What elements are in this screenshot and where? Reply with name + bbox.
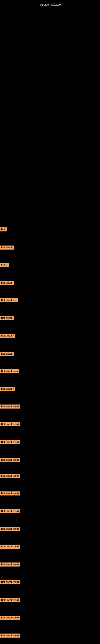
bottleneck-result-label: Bottleneck res <box>0 298 18 302</box>
bottleneck-result-label: Bottle <box>0 263 9 267</box>
bottleneck-result-label: Bottleneck result <box>0 440 20 444</box>
bottleneck-result-label: Bottleneck <box>0 316 14 320</box>
bottleneck-result-label: Bottleneck result <box>0 422 20 426</box>
bottleneck-result-label: Bottleneck result <box>0 616 20 620</box>
bottleneck-result-label: Bottleneck resu <box>0 369 19 373</box>
bottleneck-result-label: Bottleneck result <box>0 492 20 496</box>
bottleneck-result-label: Bottleneck result <box>0 527 20 531</box>
bottleneck-result-label: Bottleneck <box>0 246 14 250</box>
bottleneck-result-label: Bottleneck result <box>0 580 20 584</box>
bottleneck-result-label: Bottleneck result <box>0 562 20 566</box>
bottleneck-result-label: Bottleneck <box>0 281 14 285</box>
site-title: TheBottlenecker.com <box>37 1 63 7</box>
bottleneck-result-label: Bottleneck result <box>0 544 20 548</box>
bottleneck-result-label: Bottleneck result <box>0 598 20 602</box>
bottleneck-result-label: Bottleneck r <box>0 387 15 391</box>
bottleneck-result-label: Bottleneck result <box>0 509 20 513</box>
bottleneck-result-label: Bottleneck <box>0 352 14 356</box>
bottleneck-result-label: Bottleneck result <box>0 474 20 478</box>
bottleneck-result-label: Bottleneck result <box>0 404 20 408</box>
bottleneck-result-label: Bottleneck result <box>0 458 20 462</box>
bottleneck-result-label: Bott <box>0 228 7 232</box>
bottleneck-result-label: Bottleneck result <box>0 634 20 638</box>
bottleneck-result-label: Bottleneck r <box>0 334 15 338</box>
